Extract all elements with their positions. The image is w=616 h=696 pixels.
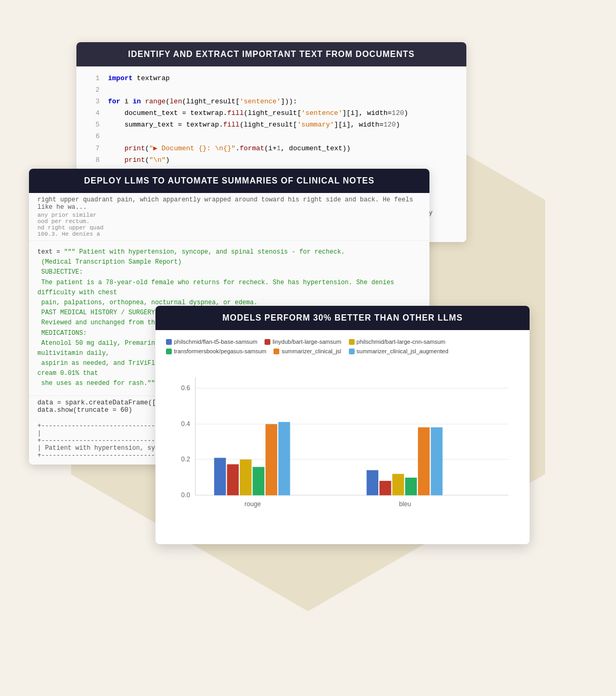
bar-rouge-2	[227, 464, 239, 495]
bar-rouge-6	[278, 422, 290, 495]
bar-chart-svg: 0.0 0.2 0.4 0.6	[166, 363, 519, 531]
bar-rouge-5	[266, 424, 277, 495]
chart-container: philschmid/flan-t5-base-samsum linydub/b…	[155, 330, 530, 544]
bar-rouge-3	[240, 459, 251, 495]
chart-legend: philschmid/flan-t5-base-samsum linydub/b…	[166, 339, 519, 354]
code-line-5: 5 summary_text = textwrap.fill(light_res…	[76, 119, 466, 131]
code-line-6: 6	[76, 131, 466, 142]
legend-item-1: philschmid/flan-t5-base-samsum	[166, 339, 257, 345]
code-line-8: 8 print("\n")	[76, 154, 466, 166]
code-line-4: 4 document_text = textwrap.fill(light_re…	[76, 108, 466, 119]
panel-extract-title: IDENTIFY AND EXTRACT IMPORTANT TEXT FROM…	[76, 42, 466, 66]
legend-item-6: summarizer_clinical_jsl_augmented	[349, 348, 448, 354]
bar-bleu-2	[379, 481, 391, 495]
legend-item-4: transformersbook/pegasus-samsum	[166, 348, 266, 354]
overlap-output: right upper quadrant pain, which apparen…	[29, 193, 429, 241]
legend-color-4	[166, 349, 172, 354]
svg-text:rouge: rouge	[245, 500, 261, 508]
legend-color-1	[166, 339, 172, 345]
svg-text:0.0: 0.0	[181, 491, 190, 499]
code-line-2: 2	[76, 84, 466, 96]
bar-rouge-4	[252, 467, 264, 496]
bar-bleu-1	[367, 470, 378, 496]
legend-item-3: philschmid/bart-large-cnn-samsum	[349, 339, 446, 345]
panel-chart: MODELS PERFORM 30% BETTER THAN OTHER LLM…	[155, 306, 530, 544]
svg-text:0.4: 0.4	[181, 420, 190, 428]
code-line-7: 7 print("▶ Document {}: \n{}".format(i+1…	[76, 143, 466, 154]
bar-bleu-5	[418, 427, 429, 495]
legend-color-5	[273, 349, 279, 354]
bar-bleu-3	[392, 474, 404, 496]
legend-color-6	[349, 349, 355, 354]
svg-text:bleu: bleu	[399, 500, 411, 508]
bar-bleu-6	[431, 427, 443, 495]
bar-bleu-4	[405, 478, 417, 496]
chart-svg-wrapper: 0.0 0.2 0.4 0.6	[166, 363, 519, 534]
page-container: IDENTIFY AND EXTRACT IMPORTANT TEXT FROM…	[0, 0, 616, 696]
code-line-3: 3 for i in range(len(light_result['sente…	[76, 96, 466, 108]
svg-text:0.2: 0.2	[181, 456, 190, 463]
panel-chart-title: MODELS PERFORM 30% BETTER THAN OTHER LLM…	[155, 306, 530, 330]
legend-item-2: linydub/bart-large-samsum	[265, 339, 341, 345]
svg-text:0.6: 0.6	[181, 384, 190, 392]
legend-color-2	[265, 339, 270, 345]
legend-item-5: summarizer_clinical_jsl	[273, 348, 341, 354]
panel-clinical-title: DEPLOY LLMS TO AUTOMATE SUMMARIES OF CLI…	[29, 169, 429, 193]
code-line-1: 1 import textwrap	[76, 73, 466, 84]
legend-color-3	[349, 339, 355, 345]
bar-rouge-1	[214, 458, 226, 495]
